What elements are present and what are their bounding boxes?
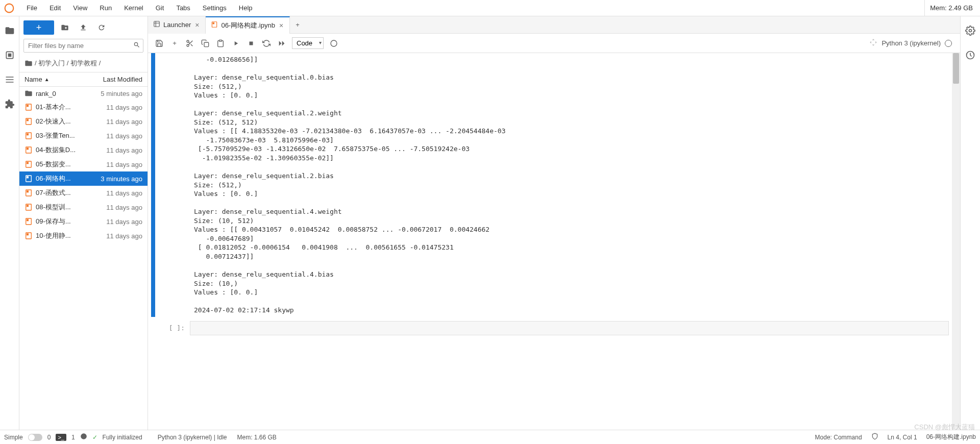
file-row[interactable]: 07-函数式...11 days ago xyxy=(19,186,148,200)
file-name: 05-数据变... xyxy=(36,160,106,169)
refresh-icon[interactable] xyxy=(94,20,109,35)
menu-git[interactable]: Git xyxy=(150,1,170,15)
status-bar: Simple 0 >_ 1 ✓ Fully initialized Python… xyxy=(0,430,980,444)
svg-line-30 xyxy=(188,42,190,43)
breadcrumb[interactable]: / 初学入门 / 初学教程 / xyxy=(19,55,148,72)
notebook-icon xyxy=(24,175,33,183)
current-file: 06-网络构建.ipynb xyxy=(926,433,976,441)
search-icon xyxy=(133,41,140,50)
file-modified: 11 days ago xyxy=(106,104,142,111)
debugger-icon[interactable] xyxy=(965,50,975,60)
menu-help[interactable]: Help xyxy=(233,1,259,15)
filter-files-input[interactable] xyxy=(23,39,143,53)
run-icon[interactable] xyxy=(229,36,243,51)
terminals-count-0[interactable]: 0 xyxy=(47,434,51,441)
simple-mode-toggle[interactable] xyxy=(28,434,42,441)
close-icon[interactable]: × xyxy=(278,21,284,30)
lsp-icon[interactable] xyxy=(80,433,87,441)
kernel-status[interactable]: Python 3 (ipykernel) | Idle xyxy=(158,434,227,441)
extensions-icon[interactable] xyxy=(5,99,15,109)
terminals-count-1[interactable]: 1 xyxy=(71,434,75,441)
folder-icon xyxy=(24,89,33,97)
tab-icon xyxy=(153,20,160,29)
file-row[interactable]: 10-使用静...11 days ago xyxy=(19,229,148,243)
git-icon[interactable] xyxy=(869,38,877,48)
svg-point-35 xyxy=(969,30,972,32)
tab-notebook[interactable]: 06-网络构建.ipynb× xyxy=(206,16,290,34)
svg-rect-16 xyxy=(27,191,29,192)
menu-file[interactable]: File xyxy=(20,1,43,15)
property-inspector-icon[interactable] xyxy=(965,26,975,36)
file-row[interactable]: 08-模型训...11 days ago xyxy=(19,200,148,214)
trust-icon[interactable] xyxy=(871,433,878,441)
svg-point-37 xyxy=(81,433,87,439)
top-menu-bar: FileEditViewRunKernelGitTabsSettingsHelp… xyxy=(0,0,980,16)
add-cell-icon[interactable]: + xyxy=(167,36,182,51)
notebook-icon xyxy=(24,203,33,211)
file-row[interactable]: 05-数据变...11 days ago xyxy=(19,157,148,171)
mode-status: Mode: Command xyxy=(815,434,862,441)
svg-rect-31 xyxy=(204,42,209,47)
terminal-icon[interactable]: >_ xyxy=(56,434,66,441)
folder-icon[interactable] xyxy=(5,26,15,36)
column-header-modified[interactable]: Last Modified xyxy=(91,72,148,86)
restart-run-all-icon[interactable] xyxy=(275,36,289,51)
file-row[interactable]: 04-数据集D...11 days ago xyxy=(19,143,148,157)
cell-collapse-bar[interactable] xyxy=(151,53,155,317)
save-icon[interactable] xyxy=(152,36,166,51)
tab-launcher[interactable]: Launcher× xyxy=(148,16,206,34)
file-row[interactable]: 01-基本介...11 days ago xyxy=(19,100,148,114)
mem-status: Mem: 1.66 GB xyxy=(237,434,277,441)
file-row[interactable]: 03-张量Ten...11 days ago xyxy=(19,129,148,143)
file-row[interactable]: rank_05 minutes ago xyxy=(19,87,148,100)
file-name: 09-保存与... xyxy=(36,217,106,226)
kernel-status-icon[interactable] xyxy=(945,40,952,47)
file-row[interactable]: 02-快速入...11 days ago xyxy=(19,114,148,129)
notebook-icon xyxy=(24,232,33,240)
toc-icon[interactable] xyxy=(5,75,15,85)
notebook-icon xyxy=(24,117,33,126)
svg-rect-4 xyxy=(27,105,29,107)
menu-view[interactable]: View xyxy=(67,1,93,15)
column-header-name[interactable]: Name ▲ xyxy=(19,72,91,86)
svg-rect-25 xyxy=(213,23,214,24)
running-icon[interactable] xyxy=(5,50,15,60)
file-name: 01-基本介... xyxy=(36,103,106,112)
svg-point-27 xyxy=(187,44,189,46)
empty-code-cell[interactable] xyxy=(190,321,949,335)
tab-label: 06-网络构建.ipynb xyxy=(221,21,275,30)
menu-run[interactable]: Run xyxy=(93,1,118,15)
file-modified: 11 days ago xyxy=(106,161,142,168)
add-tab-button[interactable]: + xyxy=(290,17,305,33)
close-icon[interactable]: × xyxy=(194,21,200,29)
svg-rect-6 xyxy=(27,119,29,121)
cell-type-select[interactable]: Code xyxy=(292,37,324,49)
svg-rect-18 xyxy=(27,205,29,207)
stop-icon[interactable] xyxy=(244,36,258,51)
svg-rect-32 xyxy=(219,40,222,41)
paste-icon[interactable] xyxy=(213,36,228,51)
scrollbar[interactable] xyxy=(952,53,960,430)
new-folder-icon[interactable] xyxy=(57,20,72,35)
new-launcher-button[interactable]: + xyxy=(23,20,54,35)
file-row[interactable]: 06-网络构...3 minutes ago xyxy=(19,171,148,186)
menu-tabs[interactable]: Tabs xyxy=(170,1,196,15)
kernel-name[interactable]: Python 3 (ipykernel) xyxy=(881,39,941,47)
copy-icon[interactable] xyxy=(198,36,212,51)
restart-icon[interactable] xyxy=(259,36,274,51)
notebook-icon xyxy=(24,132,33,140)
init-status: Fully initialized xyxy=(103,434,142,441)
upload-icon[interactable] xyxy=(76,20,91,35)
cut-icon[interactable] xyxy=(183,36,197,51)
menu-edit[interactable]: Edit xyxy=(43,1,67,15)
init-check-icon: ✓ xyxy=(92,434,97,441)
svg-rect-22 xyxy=(27,234,29,235)
render-icon[interactable] xyxy=(327,36,341,51)
memory-indicator: Mem: 2.49 GB xyxy=(924,0,978,16)
file-row[interactable]: 09-保存与...11 days ago xyxy=(19,214,148,229)
menu-kernel[interactable]: Kernel xyxy=(118,1,150,15)
notebook-icon xyxy=(24,217,33,226)
svg-rect-8 xyxy=(27,134,29,135)
notebook-body[interactable]: -0.01268656]] Layer: dense_relu_sequenti… xyxy=(148,53,960,430)
menu-settings[interactable]: Settings xyxy=(197,1,233,15)
